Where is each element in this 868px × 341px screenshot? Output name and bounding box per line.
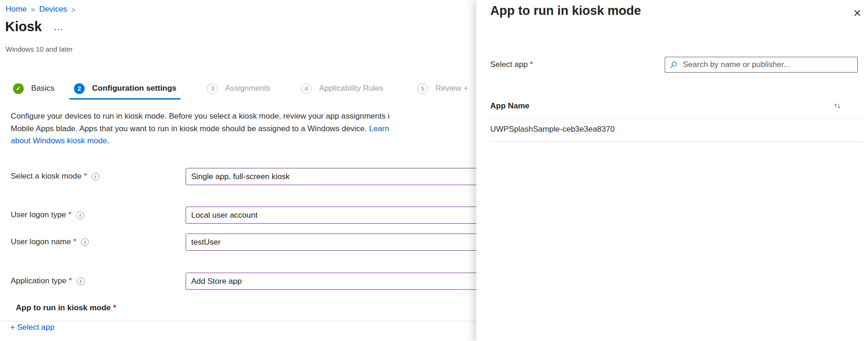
required-asterisk: * [113, 303, 116, 313]
user-logon-type-select[interactable] [186, 207, 477, 224]
tab-review-create[interactable]: 5 Review + [417, 79, 468, 98]
search-icon [670, 61, 678, 69]
sort-icon[interactable]: ↑↓ [834, 101, 840, 110]
tab-label: Review + [435, 84, 468, 93]
more-options-icon[interactable]: … [53, 21, 64, 33]
app-to-run-section-label: App to run in kiosk mode* [16, 303, 116, 313]
tab-assignments[interactable]: 3 Assignments [207, 79, 270, 98]
kiosk-description: Configure your devices to run in kiosk m… [11, 110, 390, 147]
step-number-icon: 4 [301, 83, 312, 94]
tab-basics[interactable]: ✓ Basics [13, 79, 54, 98]
tab-label: Applicability Rules [319, 84, 383, 93]
description-line-2: Mobile Apps blade. Apps that you want to… [11, 123, 390, 135]
page-subtitle: Windows 10 and later [6, 45, 73, 53]
info-icon[interactable]: i [76, 211, 84, 219]
application-type-select[interactable] [186, 273, 477, 290]
step-number-icon: 3 [207, 83, 218, 94]
description-line-1: Configure your devices to run in kiosk m… [11, 110, 390, 123]
tab-applicability-rules[interactable]: 4 Applicability Rules [301, 79, 383, 98]
tab-label: Configuration settings [92, 84, 176, 93]
table-row-divider [490, 141, 863, 142]
app-search-input[interactable] [682, 60, 853, 70]
panel-title: App to run in kiosk mode [490, 4, 641, 18]
user-logon-type-label: User logon type* i [11, 210, 84, 220]
page-title: Kiosk [5, 19, 42, 34]
required-asterisk: * [84, 172, 87, 181]
chevron-right-icon: > [31, 5, 35, 13]
info-icon[interactable]: i [81, 238, 89, 246]
check-icon: ✓ [13, 83, 24, 94]
section-divider [0, 321, 477, 321]
tab-configuration-settings[interactable]: 2 Configuration settings [69, 79, 180, 98]
application-type-label: Application type* i [11, 276, 85, 286]
main-content: Home > Devices > Kiosk … Windows 10 and … [0, 0, 477, 341]
tab-label: Assignments [225, 84, 270, 93]
required-asterisk: * [73, 237, 76, 247]
step-number-icon: 2 [74, 83, 85, 94]
table-header-divider [490, 118, 863, 119]
select-app-label: Select app* [490, 60, 533, 69]
wizard-tabs: ✓ Basics 2 Configuration settings 3 Assi… [0, 79, 477, 100]
breadcrumb-home-link[interactable]: Home [6, 5, 27, 14]
description-line-3: about Windows kiosk mode. [11, 135, 390, 147]
step-number-icon: 5 [417, 83, 428, 94]
app-name-column-header[interactable]: App Name [490, 101, 529, 111]
select-app-panel: App to run in kiosk mode ✕ Select app* A… [476, 0, 868, 341]
kiosk-mode-label: Select a kiosk mode* i [11, 171, 100, 181]
kiosk-mode-select[interactable] [186, 168, 477, 185]
app-table-row[interactable]: UWPSplashSample-ceb3e3ea8370 [490, 125, 614, 134]
select-app-link[interactable]: + Select app [10, 323, 54, 332]
breadcrumb-devices-link[interactable]: Devices [39, 5, 67, 14]
info-icon[interactable]: i [92, 173, 100, 181]
app-search-box[interactable] [665, 57, 858, 73]
user-logon-name-input[interactable] [186, 234, 477, 251]
learn-more-link[interactable]: Learn [369, 124, 389, 133]
required-asterisk: * [530, 60, 533, 69]
tab-label: Basics [31, 84, 54, 93]
info-icon[interactable]: i [77, 277, 85, 285]
learn-more-link[interactable]: about Windows kiosk mode [11, 136, 107, 145]
user-logon-name-label: User logon name* i [11, 237, 89, 247]
required-asterisk: * [68, 210, 72, 220]
chevron-right-icon: > [72, 5, 76, 13]
required-asterisk: * [69, 276, 72, 286]
breadcrumb: Home > Devices > [6, 5, 75, 14]
close-icon[interactable]: ✕ [849, 6, 865, 21]
